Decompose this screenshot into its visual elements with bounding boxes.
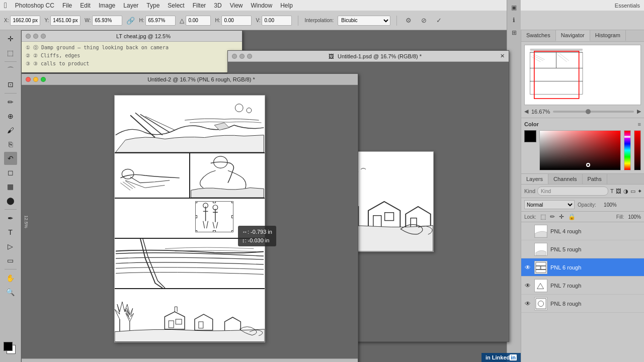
menu-3d[interactable]: 3D bbox=[214, 2, 221, 9]
adjustments-icon[interactable]: ▣ bbox=[509, 2, 520, 13]
main-maximize-btn[interactable] bbox=[41, 77, 46, 82]
menu-file[interactable]: File bbox=[62, 2, 72, 9]
navigator-tab[interactable]: Navigator bbox=[556, 30, 590, 41]
pen-tool[interactable]: ✒ bbox=[4, 212, 17, 225]
panel-3-transform[interactable] bbox=[195, 201, 233, 232]
menu-filter[interactable]: Filter bbox=[193, 2, 206, 9]
eyedropper-tool[interactable]: ✏ bbox=[4, 96, 17, 109]
hand-tool[interactable]: ✋ bbox=[4, 272, 17, 285]
layer-item-pnl8[interactable]: 👁 PNL 8 rough bbox=[521, 295, 644, 313]
x-input[interactable] bbox=[10, 16, 40, 26]
transform-handle-bm[interactable] bbox=[213, 230, 216, 232]
color-gradient-picker[interactable] bbox=[539, 130, 621, 170]
menu-select[interactable]: Select bbox=[168, 2, 184, 9]
lock-position-icon[interactable]: ✛ bbox=[559, 213, 564, 220]
color-extra-strip[interactable] bbox=[634, 130, 641, 170]
info-icon[interactable]: ℹ bbox=[509, 15, 520, 26]
transform-options-icon[interactable]: ⚙ bbox=[403, 15, 414, 26]
layer-item-pnl7[interactable]: 👁 PNL 7 rough bbox=[521, 277, 644, 295]
doc2-max-btn[interactable] bbox=[247, 54, 252, 59]
color-menu-icon[interactable]: ≡ bbox=[638, 121, 641, 127]
transform-handle-tl[interactable] bbox=[195, 201, 197, 203]
zoom-slider[interactable] bbox=[553, 111, 634, 113]
lock-all-icon[interactable]: 🔒 bbox=[568, 213, 576, 220]
menu-photoshop[interactable]: Photoshop CC bbox=[15, 2, 54, 9]
lock-paint-icon[interactable]: ✏ bbox=[550, 213, 555, 220]
pnl8-eye-icon[interactable]: 👁 bbox=[524, 300, 531, 307]
layer-item-pnl4[interactable]: PNL 4 rough bbox=[521, 222, 644, 240]
layers-adj-filter[interactable]: ◑ bbox=[623, 188, 628, 195]
layers-tab[interactable]: Layers bbox=[521, 174, 548, 184]
transform-handle-tm[interactable] bbox=[213, 201, 216, 203]
menu-help[interactable]: Help bbox=[280, 2, 293, 9]
main-doc-canvas[interactable]: 12.5% bbox=[22, 85, 358, 358]
channels-tab[interactable]: Channels bbox=[548, 174, 582, 184]
transform-handle-br[interactable] bbox=[231, 230, 233, 232]
menu-layer[interactable]: Layer bbox=[123, 2, 138, 9]
y-input[interactable] bbox=[50, 16, 80, 26]
doc2-close-btn[interactable] bbox=[232, 54, 237, 59]
properties-icon[interactable]: ⊞ bbox=[509, 27, 520, 38]
layer-item-pnl5[interactable]: PNL 5 rough bbox=[521, 240, 644, 258]
color-spectrum[interactable] bbox=[624, 130, 631, 170]
black-swatch[interactable] bbox=[524, 130, 536, 142]
interpolation-select[interactable]: Bicubic Bilinear Nearest Neighbor bbox=[338, 16, 390, 26]
commit-transform-icon[interactable]: ✓ bbox=[433, 15, 444, 26]
main-minimize-btn[interactable] bbox=[33, 77, 38, 82]
v-input[interactable] bbox=[262, 16, 292, 26]
swatches-tab[interactable]: Swatches bbox=[521, 30, 556, 41]
doc2-min-btn[interactable] bbox=[239, 54, 245, 59]
lock-transparency-icon[interactable]: ⬚ bbox=[540, 213, 546, 220]
layers-shape-filter[interactable]: ▭ bbox=[630, 188, 635, 195]
type-tool[interactable]: T bbox=[4, 226, 17, 239]
menu-edit[interactable]: Edit bbox=[80, 2, 91, 9]
navigator-preview[interactable] bbox=[524, 45, 641, 105]
spectrum-thumb[interactable] bbox=[624, 136, 630, 138]
link-icon[interactable]: 🔗 bbox=[126, 17, 135, 25]
eraser-tool[interactable]: ◻ bbox=[4, 166, 17, 179]
zoom-tool[interactable]: 🔍 bbox=[4, 286, 17, 299]
lt-minimize-btn[interactable] bbox=[33, 34, 38, 39]
layers-icon-filter[interactable]: 🖼 bbox=[616, 188, 621, 194]
history-tool[interactable]: ↶ bbox=[4, 152, 17, 165]
transform-handle-ml[interactable] bbox=[195, 215, 197, 218]
blend-mode-select[interactable]: Normal Multiply Screen Overlay bbox=[524, 200, 575, 209]
apple-menu[interactable]:  bbox=[4, 1, 7, 10]
heal-tool[interactable]: ⊕ bbox=[4, 110, 17, 123]
clone-tool[interactable]: ⎘ bbox=[4, 138, 17, 151]
layers-filter-icon[interactable]: T bbox=[610, 188, 614, 194]
w-input[interactable] bbox=[92, 16, 122, 26]
selection-tool[interactable]: ⬚ bbox=[4, 46, 17, 59]
zoom-out-btn[interactable]: ◀ bbox=[524, 108, 528, 115]
pnl7-eye-icon[interactable]: 👁 bbox=[524, 282, 531, 289]
lasso-tool[interactable]: ⌒ bbox=[4, 64, 17, 77]
menu-window[interactable]: Window bbox=[251, 2, 273, 9]
crop-tool[interactable]: ⊡ bbox=[4, 78, 17, 91]
pnl6-eye-icon[interactable]: 👁 bbox=[524, 264, 531, 271]
menu-type[interactable]: Type bbox=[146, 2, 159, 9]
opacity-value[interactable]: 100% bbox=[599, 202, 617, 208]
move-tool[interactable]: ✛ bbox=[4, 32, 17, 45]
layers-search-input[interactable] bbox=[537, 187, 608, 196]
h2-input[interactable] bbox=[221, 16, 252, 26]
transform-handle-mr[interactable] bbox=[231, 215, 233, 218]
menu-view[interactable]: View bbox=[230, 2, 243, 9]
lt-close-btn[interactable] bbox=[26, 34, 31, 39]
shape-tool[interactable]: ▭ bbox=[4, 254, 17, 267]
brush-tool[interactable]: 🖌 bbox=[4, 124, 17, 137]
path-select-tool[interactable]: ▷ bbox=[4, 240, 17, 253]
lt-maximize-btn[interactable] bbox=[41, 34, 46, 39]
zoom-slider-thumb[interactable] bbox=[586, 109, 591, 114]
gradient-tool[interactable]: ▦ bbox=[4, 180, 17, 193]
fill-value[interactable]: 100% bbox=[628, 214, 641, 220]
cancel-transform-icon[interactable]: ⊘ bbox=[418, 15, 429, 26]
color-cursor[interactable] bbox=[586, 163, 590, 167]
foreground-color-swatch[interactable] bbox=[4, 342, 13, 351]
angle-input[interactable] bbox=[186, 16, 211, 26]
zoom-in-btn[interactable]: ▶ bbox=[637, 108, 641, 115]
menu-image[interactable]: Image bbox=[99, 2, 115, 9]
layer-item-pnl6[interactable]: 👁 PNL 6 rough bbox=[521, 258, 644, 277]
h-input[interactable] bbox=[145, 16, 176, 26]
dodge-tool[interactable]: ⬤ bbox=[4, 194, 17, 207]
paths-tab[interactable]: Paths bbox=[583, 174, 607, 184]
